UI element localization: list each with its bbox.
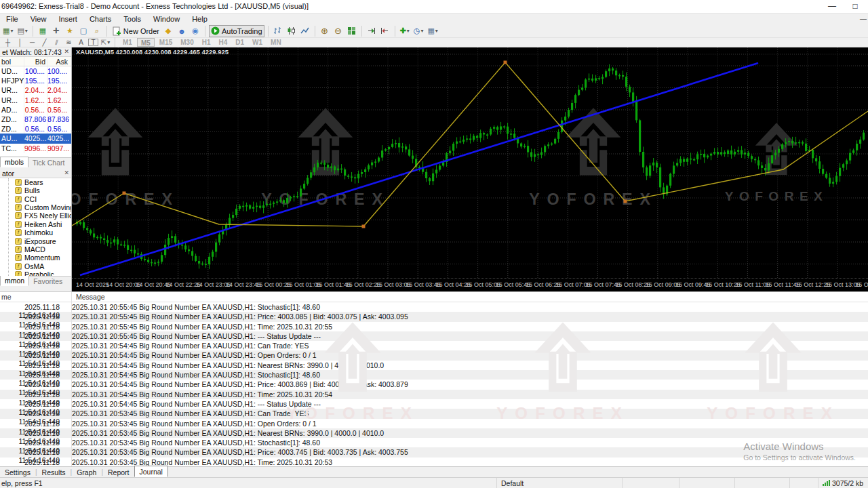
line-chart-mode-icon[interactable] [299, 25, 311, 37]
auto-scroll-icon[interactable] [366, 25, 378, 37]
journal-column-time[interactable]: me [1, 293, 12, 301]
tab-favorites[interactable]: Favorites [29, 277, 66, 286]
tab-tick-chart[interactable]: Tick Chart [28, 158, 68, 167]
market-watch-row[interactable]: HFJPY195....195.... [0, 76, 71, 85]
journal-row[interactable]: 2025.11.18 11:54:16.4402025.10.31 20:53:… [0, 447, 868, 457]
timeframe-mn[interactable]: MN [267, 38, 285, 47]
menu-item-help[interactable]: Help [186, 14, 214, 24]
tester-tab-settings[interactable]: Settings [0, 468, 35, 477]
timeframe-h4[interactable]: H4 [216, 38, 231, 47]
chart-canvas[interactable]: YOFOREXYOFOREXYOFOREXYOFOREX [72, 47, 868, 278]
journal-row[interactable]: 2025.11.18 11:54:16.4402025.10.31 20:54:… [0, 370, 868, 380]
menu-item-insert[interactable]: Insert [52, 14, 83, 24]
candlestick-mode-icon[interactable] [285, 25, 298, 37]
timeframe-m30[interactable]: M30 [177, 38, 197, 47]
trendline-icon[interactable]: ╱ [39, 38, 50, 47]
new-chart-button[interactable]: ▦▾ [1, 25, 14, 37]
tester-tab-report[interactable]: Report [103, 468, 134, 477]
navigator-item-bulls[interactable]: fBulls [0, 186, 71, 195]
timeframe-m5[interactable]: M5 [137, 38, 155, 47]
navigator-item-ichimoku[interactable]: fIchimoku [0, 228, 71, 237]
text-label-icon[interactable]: T [88, 39, 98, 46]
menu-item-file[interactable]: File [0, 14, 24, 24]
maximize-button[interactable]: □ [844, 0, 867, 14]
navigator-item-iexposure[interactable]: fiExposure [0, 237, 71, 245]
new-order-button[interactable]: New Order [111, 25, 161, 37]
journal-row[interactable]: 2025.11.18 11:54:16.4402025.10.31 20:54:… [0, 380, 868, 389]
vertical-line-icon[interactable]: │ [15, 38, 25, 47]
journal-row[interactable]: 2025.11.18 11:54:16.4402025.10.31 20:55:… [0, 312, 868, 321]
chart-shift-icon[interactable] [379, 25, 391, 37]
arrows-icon[interactable]: ⇱▾ [100, 38, 111, 47]
trend-line[interactable] [80, 63, 758, 275]
timeframe-m1[interactable]: M1 [119, 38, 136, 47]
journal-row[interactable]: 2025.11.18 11:54:16.4402025.10.31 20:53:… [0, 438, 868, 447]
expert-advisors-icon[interactable]: ◆ [162, 25, 174, 37]
channel-icon[interactable]: ⫽ [52, 38, 62, 47]
tester-tab-results[interactable]: Results [37, 468, 71, 477]
navigator-item-momentum[interactable]: fMomentum [0, 253, 71, 262]
minimize-button[interactable]: — [821, 0, 844, 14]
market-watch-close-icon[interactable]: ✕ [64, 48, 69, 55]
journal-row[interactable]: 2025.11.18 11:54:16.4402025.10.31 20:54:… [0, 361, 868, 370]
crosshair-icon[interactable]: ┼ [3, 38, 13, 47]
navigator-close-icon[interactable]: ✕ [64, 169, 69, 176]
text-icon[interactable]: A [76, 38, 86, 47]
journal-row[interactable]: 2025.11.18 11:54:16.4402025.10.31 20:55:… [0, 331, 868, 341]
market-watch-icon[interactable]: ⌕ [91, 25, 103, 37]
tile-windows-icon[interactable] [346, 25, 358, 37]
journal-row[interactable]: 2025.11.18 11:54:16.4402025.10.31 20:53:… [0, 419, 868, 428]
navigator-item-custom-moving-a[interactable]: fCustom Moving A [0, 203, 71, 211]
market-watch-row[interactable]: AD...0.56...0.56... [0, 105, 71, 115]
journal-row[interactable]: 2025.11.18 11:54:16.4402025.10.31 20:53:… [0, 409, 868, 418]
status-connection[interactable]: 3075/2 kb [818, 478, 868, 488]
market-watch-row[interactable]: TC...9096...9097... [0, 144, 71, 153]
zoom-in-icon[interactable]: ⊕ [319, 25, 331, 37]
tab-mmon[interactable]: mmon [0, 275, 29, 286]
column-bid[interactable]: Bid [24, 57, 47, 66]
journal-row[interactable]: 2025.11.18 11:54:16.4402025.10.31 20:55:… [0, 322, 868, 331]
market-watch-row[interactable]: ZD...87.80687.836 [0, 115, 71, 124]
chart-window[interactable]: XAUUSD,M5 4230.008 4230.008 4229.465 422… [72, 47, 868, 291]
tester-tab-journal[interactable]: Journal [134, 466, 168, 477]
zoom-out-icon[interactable]: ⊖ [332, 25, 344, 37]
menu-item-charts[interactable]: Charts [83, 14, 117, 24]
cursor-move-icon[interactable]: ✛ [50, 25, 62, 37]
market-watch-row[interactable]: ZD...0.56...0.56... [0, 124, 71, 134]
market-watch-row[interactable]: UR...1.62...1.62... [0, 96, 71, 105]
chart-time-axis[interactable]: 14 Oct 202514 Oct 20:0514 Oct 20:4514 Oc… [72, 278, 868, 291]
tab-mbols[interactable]: mbols [0, 157, 28, 167]
navigator-item-fx5-neely-elliot-w[interactable]: fFX5 Neely Elliot W [0, 211, 71, 220]
navigator-item-heiken-ashi[interactable]: fHeiken Ashi [0, 220, 71, 228]
journal-row[interactable]: 2025.11.18 11:54:16.4402025.10.31 20:54:… [0, 341, 868, 350]
menu-item-window[interactable]: Window [147, 14, 186, 24]
timeframe-h1[interactable]: H1 [199, 38, 214, 47]
data-window-icon[interactable]: ▢ [77, 25, 90, 37]
journal-row[interactable]: 2025.11.18 11:54:16.4402025.10.31 20:55:… [0, 302, 868, 312]
fibonacci-icon[interactable]: ≋ [64, 38, 74, 47]
support-icon[interactable]: ◉ [189, 25, 201, 37]
tester-tab-graph[interactable]: Graph [72, 468, 101, 477]
navigator-item-parabolic[interactable]: fParabolic [0, 270, 71, 276]
journal-column-message[interactable]: Message [76, 293, 105, 301]
autotrading-button[interactable]: AutoTrading [209, 25, 264, 37]
status-profile[interactable]: Default [496, 478, 622, 488]
horizontal-line-icon[interactable]: ─ [27, 38, 37, 47]
market-watch-row[interactable]: AU...4025....4025.... [0, 134, 71, 143]
periods-button[interactable]: ◷▾ [412, 25, 425, 37]
column-ask[interactable]: Ask [47, 57, 69, 66]
menu-item-tools[interactable]: Tools [117, 14, 147, 24]
favorites-icon[interactable]: ★ [64, 25, 76, 37]
journal-row[interactable]: 2025.11.18 11:54:16.4402025.10.31 20:53:… [0, 458, 868, 466]
market-watch-row[interactable]: UD...100....100.... [0, 66, 71, 76]
mdi-minimize-icon[interactable]: — [860, 15, 867, 22]
navigator-item-osma[interactable]: fOsMA [0, 262, 71, 270]
journal-row[interactable]: 2025.11.18 11:54:16.4402025.10.31 20:54:… [0, 399, 868, 409]
navigator-item-cci[interactable]: fCCI [0, 195, 71, 203]
timeframe-d1[interactable]: D1 [232, 38, 248, 47]
bar-chart-mode-icon[interactable] [272, 25, 284, 37]
journal-row[interactable]: 2025.11.18 11:54:16.4402025.10.31 20:53:… [0, 428, 868, 438]
navigator-item-macd[interactable]: fMACD [0, 245, 71, 253]
timeframe-w1[interactable]: W1 [249, 38, 266, 47]
templates-button[interactable]: ▦▾ [426, 25, 439, 37]
